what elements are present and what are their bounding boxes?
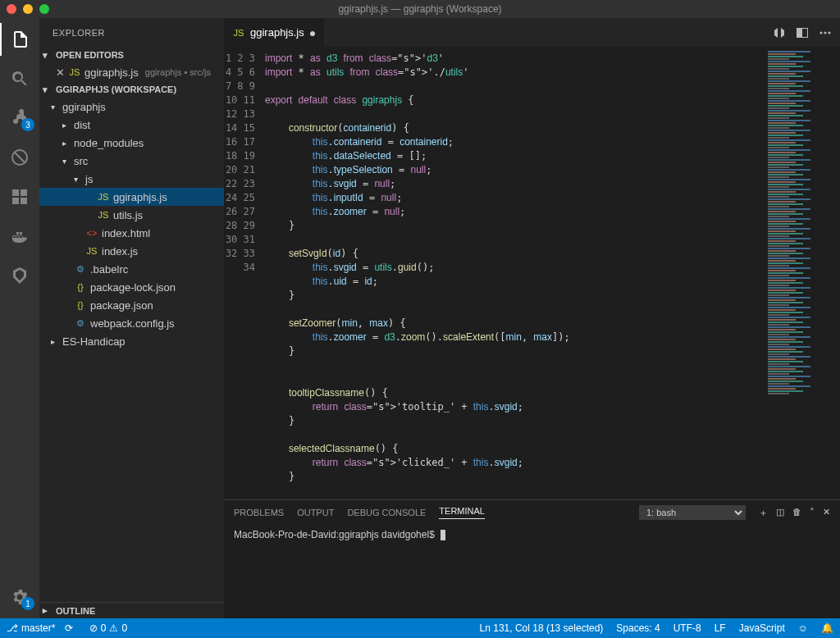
chevron-down-icon: ▾ — [43, 50, 52, 61]
file-item[interactable]: {}package-lock.json — [39, 278, 224, 296]
twisty-icon: ▾ — [74, 175, 82, 184]
js-file-icon: JS — [97, 192, 110, 202]
tree-item-label: .babelrc — [90, 263, 128, 276]
file-tree: ▾ggiraphjs▸dist▸node_modules▾src▾jsJSggi… — [39, 98, 224, 350]
panel-tab-debug[interactable]: DEBUG CONSOLE — [347, 508, 426, 517]
split-terminal-icon[interactable]: ◫ — [776, 507, 784, 519]
settings-badge: 1 — [21, 597, 34, 610]
more-actions-icon[interactable] — [819, 26, 832, 39]
tab-label: ggiraphjs.js — [250, 26, 304, 39]
status-feedback-icon[interactable]: ☺ — [798, 622, 808, 634]
twisty-icon: ▸ — [51, 337, 59, 346]
panel: PROBLEMS OUTPUT DEBUG CONSOLE TERMINAL 1… — [224, 499, 840, 618]
compare-icon[interactable] — [773, 26, 786, 39]
js-file-icon: JS — [97, 210, 110, 220]
js-file-icon: JS — [68, 67, 81, 77]
status-cursor[interactable]: Ln 131, Col 18 (13 selected) — [480, 622, 604, 634]
panel-tab-terminal[interactable]: TERMINAL — [439, 506, 485, 519]
chevron-down-icon: ▾ — [43, 84, 52, 95]
activity-kubernetes-icon[interactable] — [0, 259, 39, 292]
panel-tabs: PROBLEMS OUTPUT DEBUG CONSOLE TERMINAL 1… — [224, 500, 840, 525]
tree-item-label: ggiraphjs.js — [113, 191, 167, 203]
file-item[interactable]: JSindex.js — [39, 242, 224, 260]
svg-point-1 — [820, 31, 823, 34]
tree-item-label: src — [74, 155, 88, 167]
activity-search-icon[interactable] — [0, 62, 39, 95]
file-item[interactable]: ⚙webpack.config.js — [39, 314, 224, 332]
open-editor-name: ggiraphjs.js — [84, 66, 139, 79]
file-item[interactable]: JSutils.js — [39, 206, 224, 224]
js-file-icon: JS — [85, 246, 98, 256]
terminal-body[interactable]: MacBook-Pro-de-David:ggiraphjs davidgohe… — [224, 525, 840, 618]
svg-point-3 — [829, 31, 831, 34]
activity-docker-icon[interactable] — [0, 220, 39, 253]
cursor-icon — [441, 530, 445, 540]
activity-scm-icon[interactable]: 3 — [0, 102, 39, 134]
dirty-indicator-icon[interactable]: ● — [309, 26, 316, 39]
new-terminal-icon[interactable]: ＋ — [759, 507, 768, 519]
tree-item-label: package-lock.json — [90, 281, 176, 294]
tab-file[interactable]: JS ggiraphjs.js ● — [224, 18, 325, 47]
twisty-icon: ▾ — [51, 103, 59, 112]
status-bell-icon[interactable]: 🔔 — [821, 622, 833, 634]
activity-extensions-icon[interactable] — [0, 180, 39, 213]
window-titlebar: ggiraphjs.js — ggiraphjs (Workspace) — [0, 0, 840, 18]
panel-tab-output[interactable]: OUTPUT — [297, 508, 334, 517]
file-item[interactable]: ⚙.babelrc — [39, 260, 224, 278]
activity-settings-icon[interactable]: 1 — [0, 581, 39, 613]
maximize-panel-icon[interactable]: ˄ — [810, 507, 815, 519]
file-item[interactable]: <>index.html — [39, 224, 224, 242]
cfg-file-icon: ⚙ — [74, 264, 87, 275]
editor-area: JS ggiraphjs.js ● 1 2 3 4 5 6 7 8 9 10 1… — [224, 18, 840, 618]
minimap[interactable] — [766, 47, 840, 499]
kill-terminal-icon[interactable]: 🗑 — [792, 507, 801, 519]
status-sync[interactable]: ⟳ — [65, 622, 79, 634]
tree-item-label: webpack.config.js — [90, 317, 175, 330]
split-editor-icon[interactable] — [796, 26, 809, 39]
folder-item[interactable]: ▸dist — [39, 116, 224, 134]
twisty-icon: ▾ — [62, 157, 71, 166]
panel-tab-problems[interactable]: PROBLEMS — [234, 508, 284, 517]
terminal-selector[interactable]: 1: bash — [639, 505, 746, 520]
folder-item[interactable]: ▾ggiraphjs — [39, 98, 224, 116]
code-content[interactable]: import * as d3 from class="s">'d3' impor… — [265, 47, 766, 499]
close-panel-icon[interactable]: ✕ — [823, 507, 830, 519]
twisty-icon: ▸ — [62, 121, 71, 130]
tree-item-label: ggiraphjs — [62, 101, 106, 113]
chevron-right-icon: ▸ — [43, 605, 52, 616]
json-file-icon: {} — [74, 300, 87, 310]
folder-item[interactable]: ▸ES-Handicap — [39, 332, 224, 350]
code-editor[interactable]: 1 2 3 4 5 6 7 8 9 10 11 12 13 14 15 16 1… — [224, 47, 840, 499]
close-window-icon[interactable] — [7, 4, 16, 14]
status-problems[interactable]: ⊘ 0 ⚠ 0 — [89, 622, 127, 634]
folder-item[interactable]: ▾src — [39, 152, 224, 170]
minimize-window-icon[interactable] — [23, 4, 33, 14]
explorer-header: EXPLORER — [39, 18, 224, 47]
maximize-window-icon[interactable] — [39, 4, 49, 14]
tree-item-label: js — [85, 173, 93, 185]
window-controls[interactable] — [7, 4, 49, 14]
activity-explorer-icon[interactable] — [0, 23, 39, 56]
folder-item[interactable]: ▾js — [39, 170, 224, 188]
folder-item[interactable]: ▸node_modules — [39, 134, 224, 152]
status-branch[interactable]: ⎇ master* — [7, 622, 55, 634]
svg-point-2 — [824, 31, 827, 34]
line-numbers: 1 2 3 4 5 6 7 8 9 10 11 12 13 14 15 16 1… — [224, 47, 265, 499]
outline-section[interactable]: ▸OUTLINE — [39, 602, 224, 618]
open-editor-item[interactable]: ✕ JS ggiraphjs.js ggiraphjs • src/js — [39, 63, 224, 81]
workspace-section[interactable]: ▾GGIRAPHJS (WORKSPACE) — [39, 81, 224, 98]
open-editor-path: ggiraphjs • src/js — [145, 67, 211, 77]
status-spaces[interactable]: Spaces: 4 — [616, 622, 660, 634]
open-editors-section[interactable]: ▾OPEN EDITORS — [39, 47, 224, 63]
activity-debug-icon[interactable] — [0, 141, 39, 174]
status-bar: ⎇ master* ⟳ ⊘ 0 ⚠ 0 Ln 131, Col 18 (13 s… — [0, 618, 840, 638]
file-item[interactable]: {}package.json — [39, 296, 224, 314]
js-file-icon: JS — [232, 28, 245, 38]
close-editor-icon[interactable]: ✕ — [52, 66, 65, 79]
file-item[interactable]: JSggiraphjs.js — [39, 188, 224, 206]
status-encoding[interactable]: UTF-8 — [673, 622, 701, 634]
twisty-icon: ▸ — [62, 139, 71, 148]
status-language[interactable]: JavaScript — [739, 622, 785, 634]
scm-badge: 3 — [21, 118, 34, 131]
status-eol[interactable]: LF — [714, 622, 726, 634]
